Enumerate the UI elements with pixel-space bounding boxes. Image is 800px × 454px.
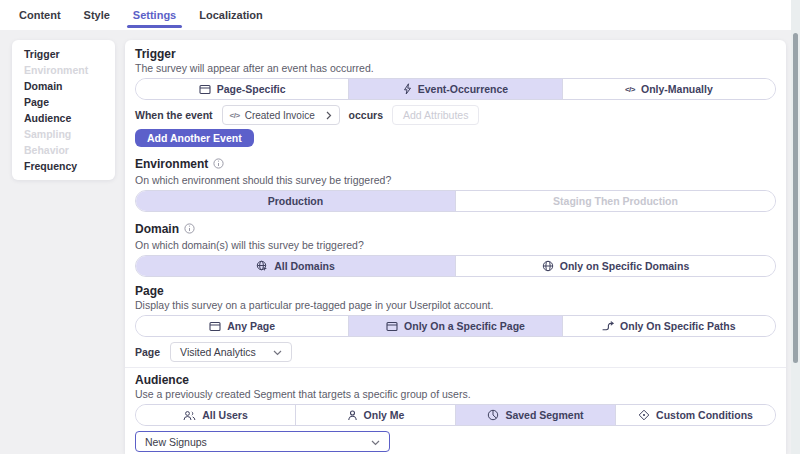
option-label: All Domains xyxy=(274,260,335,272)
section-page: Page Display this survey on a particular… xyxy=(135,285,776,362)
event-select-value: Created Invoice xyxy=(245,110,321,121)
option-label: Any Page xyxy=(227,320,275,332)
option-page-specific[interactable]: Page-Specific xyxy=(136,79,349,99)
trigger-description: The survey will appear after an event ha… xyxy=(135,62,776,74)
add-another-event-button[interactable]: Add Another Event xyxy=(135,129,254,147)
scrollbar-track xyxy=(791,0,800,454)
option-label: Only on Specific Domains xyxy=(560,260,690,272)
segment-select[interactable]: New Signups xyxy=(135,431,390,452)
globe-pointer-icon xyxy=(256,260,268,272)
option-only-specific-domains[interactable]: Only on Specific Domains xyxy=(456,256,775,276)
section-audience: Audience Use a previously created Segmen… xyxy=(135,374,776,452)
page-select-label: Page xyxy=(135,346,160,358)
option-only-specific-paths[interactable]: Only On Specific Paths xyxy=(563,316,775,336)
option-custom-conditions[interactable]: Custom Conditions xyxy=(616,405,775,425)
page-select-row: Page Visited Analytics xyxy=(135,342,776,362)
option-label: Event-Occurrence xyxy=(418,83,508,95)
option-label: All Users xyxy=(202,409,248,421)
page-option-group: Any Page Only On a Specific Page Only On… xyxy=(135,315,776,337)
when-the-event-label: When the event xyxy=(135,109,213,121)
environment-option-group: Production Staging Then Production xyxy=(135,190,776,212)
sidebar-item-sampling[interactable]: Sampling xyxy=(24,126,115,142)
browser-icon xyxy=(199,84,211,95)
option-staging-then-production[interactable]: Staging Then Production xyxy=(456,191,775,211)
option-label: Only On Specific Paths xyxy=(620,320,736,332)
occurs-label: occurs xyxy=(349,109,383,121)
sidebar-item-domain[interactable]: Domain xyxy=(24,78,115,94)
sidebar-item-environment[interactable]: Environment xyxy=(24,62,115,78)
domain-title: Domain xyxy=(135,223,179,236)
page-title: Page xyxy=(135,285,776,298)
globe-icon xyxy=(542,260,554,272)
browser-icon xyxy=(209,321,221,332)
sidebar-item-behavior[interactable]: Behavior xyxy=(24,142,115,158)
section-trigger: Trigger The survey will appear after an … xyxy=(135,48,776,147)
tab-settings[interactable]: Settings xyxy=(133,0,176,30)
user-icon xyxy=(347,410,358,421)
code-icon: </> xyxy=(625,85,635,94)
top-tab-bar: Content Style Settings Localization xyxy=(0,0,800,30)
lightning-icon xyxy=(403,83,412,95)
option-label: Saved Segment xyxy=(505,409,583,421)
section-divider xyxy=(125,367,786,368)
event-select[interactable]: </> Created Invoice xyxy=(222,105,340,125)
domain-description: On which domain(s) will this survey be t… xyxy=(135,239,776,251)
environment-description: On which environment should this survey … xyxy=(135,174,776,186)
environment-title: Environment xyxy=(135,158,208,171)
audience-description: Use a previously created Segment that ta… xyxy=(135,388,776,400)
page-select[interactable]: Visited Analytics xyxy=(170,342,292,362)
option-only-me[interactable]: Only Me xyxy=(296,405,456,425)
segment-select-value: New Signups xyxy=(145,436,207,448)
trigger-option-group: Page-Specific Event-Occurrence </> Only-… xyxy=(135,78,776,100)
option-saved-segment[interactable]: Saved Segment xyxy=(456,405,616,425)
info-icon[interactable] xyxy=(213,155,224,173)
option-production[interactable]: Production xyxy=(136,191,456,211)
path-icon xyxy=(602,321,614,332)
sidebar-item-frequency[interactable]: Frequency xyxy=(24,158,115,174)
browser-icon xyxy=(386,321,398,332)
caret-down-icon xyxy=(371,436,380,448)
settings-sidebar: Trigger Environment Domain Page Audience… xyxy=(12,40,115,180)
info-icon[interactable] xyxy=(184,220,195,238)
option-all-domains[interactable]: All Domains xyxy=(136,256,456,276)
audience-option-group: All Users Only Me Saved Segment Custom C… xyxy=(135,404,776,426)
option-label: Custom Conditions xyxy=(656,409,753,421)
option-label: Only Me xyxy=(364,409,405,421)
option-label: Only-Manually xyxy=(641,83,713,95)
option-label: Only On a Specific Page xyxy=(404,320,525,332)
section-domain: Domain On which domain(s) will this surv… xyxy=(135,220,776,277)
code-icon: </> xyxy=(230,111,240,120)
scrollbar-thumb[interactable] xyxy=(793,33,798,363)
pie-chart-icon xyxy=(487,409,499,421)
tab-localization[interactable]: Localization xyxy=(199,0,263,30)
tab-content[interactable]: Content xyxy=(19,0,61,30)
page-description: Display this survey on a particular pre-… xyxy=(135,299,776,311)
option-event-occurrence[interactable]: Event-Occurrence xyxy=(349,79,562,99)
settings-panel: Trigger The survey will appear after an … xyxy=(125,40,786,454)
users-icon xyxy=(183,410,196,421)
trigger-title: Trigger xyxy=(135,48,776,61)
option-only-specific-page[interactable]: Only On a Specific Page xyxy=(349,316,562,336)
option-only-manually[interactable]: </> Only-Manually xyxy=(563,79,775,99)
domain-option-group: All Domains Only on Specific Domains xyxy=(135,255,776,277)
page-select-value: Visited Analytics xyxy=(180,346,256,358)
option-label: Page-Specific xyxy=(217,83,286,95)
event-condition-row: When the event </> Created Invoice occur… xyxy=(135,105,776,125)
option-label: Production xyxy=(268,195,323,207)
tab-style[interactable]: Style xyxy=(84,0,110,30)
option-all-users[interactable]: All Users xyxy=(136,405,296,425)
sidebar-item-trigger[interactable]: Trigger xyxy=(24,46,115,62)
audience-title: Audience xyxy=(135,374,776,387)
section-environment: Environment On which environment should … xyxy=(135,155,776,212)
diamond-icon xyxy=(638,409,650,421)
option-label: Staging Then Production xyxy=(553,195,678,207)
sidebar-item-page[interactable]: Page xyxy=(24,94,115,110)
caret-right-icon xyxy=(326,106,332,124)
caret-down-icon xyxy=(273,346,282,358)
option-any-page[interactable]: Any Page xyxy=(136,316,349,336)
sidebar-item-audience[interactable]: Audience xyxy=(24,110,115,126)
add-attributes-button[interactable]: Add Attributes xyxy=(392,105,479,125)
